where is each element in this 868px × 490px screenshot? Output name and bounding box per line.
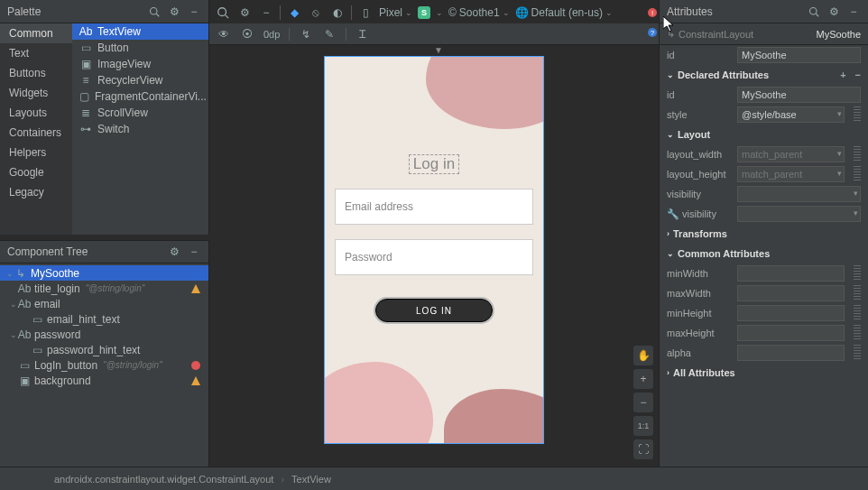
add-attr-icon[interactable]: + <box>840 69 845 80</box>
design-canvas[interactable]: ▼ Log in Email address Password LOG IN <box>209 45 659 467</box>
attr-layout-height[interactable] <box>737 166 845 182</box>
attr-section-declared[interactable]: ⌄Declared Attributes+− <box>660 65 868 85</box>
attr-style-input[interactable] <box>737 106 845 123</box>
theme-select[interactable]: © Soothe1⌄ <box>448 6 510 19</box>
scroll-icon: ≣ <box>79 106 92 119</box>
contrast-icon[interactable]: ◐ <box>329 5 346 21</box>
attr-label: layout_width <box>667 149 732 160</box>
error-badge-icon[interactable]: ! <box>647 7 658 18</box>
palette-cat[interactable]: Helpers <box>0 143 72 162</box>
zoom-actual-icon[interactable]: 1:1 <box>633 416 653 436</box>
attr-label: minWidth <box>667 268 732 279</box>
wrench-icon: 🔧 <box>667 208 679 220</box>
search-icon[interactable] <box>807 5 821 19</box>
pan-icon[interactable]: ✋ <box>633 346 653 365</box>
palette-item-fragment[interactable]: ▢FragmentContainerVi... <box>72 88 208 105</box>
no-clip-icon[interactable]: ⦸ <box>308 5 324 21</box>
zoom-fit-icon[interactable]: ⛶ <box>633 439 653 459</box>
attr-minwidth[interactable] <box>737 265 845 282</box>
drag-handle-icon[interactable] <box>854 166 861 182</box>
palette-cat[interactable]: Widgets <box>0 83 72 103</box>
attr-section-all[interactable]: ›All Attributes <box>660 363 868 383</box>
tree-node[interactable]: ▭password_hint_text <box>0 342 208 357</box>
gear-icon[interactable]: ⚙ <box>236 5 253 21</box>
tree-node[interactable]: ⌄Abemail <box>0 296 208 311</box>
tree-node[interactable]: Abtitle_login"@string/login" <box>0 281 208 296</box>
handle-top-icon[interactable]: ▼ <box>434 45 443 55</box>
attr-maxwidth[interactable] <box>737 285 845 301</box>
minimize-icon[interactable]: − <box>187 5 201 19</box>
minus-icon[interactable]: − <box>258 5 274 21</box>
palette-item-textview[interactable]: AbTextView <box>72 23 208 40</box>
drag-handle-icon[interactable] <box>854 305 861 321</box>
attr-label: visibility <box>667 189 732 199</box>
drag-handle-icon[interactable] <box>854 146 861 162</box>
svg-marker-6 <box>191 376 200 385</box>
drag-handle-icon[interactable] <box>854 106 861 123</box>
palette-cat[interactable]: Common <box>0 23 72 43</box>
layers-icon[interactable]: ◆ <box>286 5 302 21</box>
palette-item-recyclerview[interactable]: ≡RecyclerView <box>72 72 208 88</box>
drag-handle-icon[interactable] <box>854 265 861 282</box>
preview-login-title[interactable]: Log in <box>409 154 459 174</box>
gear-icon[interactable]: ⚙ <box>826 5 841 19</box>
margin-value[interactable]: 0dp <box>263 27 280 42</box>
api-select[interactable]: ⌄ <box>436 8 443 17</box>
wand-icon[interactable]: ↯ <box>299 27 313 42</box>
preview-password-field[interactable]: Password <box>335 239 533 275</box>
gear-icon[interactable]: ⚙ <box>167 5 181 19</box>
palette-item-scrollview[interactable]: ≣ScrollView <box>72 105 208 121</box>
eye-icon[interactable]: 👁 <box>217 27 231 42</box>
clear-icon[interactable]: ✎ <box>322 27 337 42</box>
palette-cat[interactable]: Layouts <box>0 103 72 123</box>
attr-section-transforms[interactable]: ›Transforms <box>660 224 868 244</box>
minimize-icon[interactable]: − <box>187 245 201 259</box>
attr-layout-width[interactable] <box>737 146 845 162</box>
preview-login-button[interactable]: LOG IN <box>375 299 493 322</box>
gear-icon[interactable]: ⚙ <box>167 245 181 259</box>
search-icon[interactable] <box>147 5 162 19</box>
bg-shape <box>324 362 433 444</box>
palette-cat[interactable]: Containers <box>0 123 72 143</box>
device-select[interactable]: Pixel⌄ <box>379 6 412 19</box>
locale-select[interactable]: 🌐 Default (en-us)⌄ <box>515 6 613 19</box>
drag-handle-icon[interactable] <box>854 325 861 341</box>
attr-label: 🔧visibility <box>667 208 732 220</box>
tree-node[interactable]: ▭email_hint_text <box>0 311 208 327</box>
tree-node[interactable]: ▣background <box>0 373 208 388</box>
palette-cat[interactable]: Text <box>0 43 72 63</box>
palette-item-imageview[interactable]: ▣ImageView <box>72 56 208 72</box>
attr-visibility[interactable] <box>737 186 861 202</box>
tree-root[interactable]: ⌄↳MySoothe <box>0 265 208 281</box>
attr-declared-id[interactable] <box>737 87 861 103</box>
search-icon[interactable] <box>215 5 231 21</box>
guideline-icon[interactable]: Ꮖ <box>356 27 370 42</box>
palette-cat[interactable]: Legacy <box>0 182 72 202</box>
attr-alpha[interactable] <box>737 345 845 361</box>
zoom-in-icon[interactable]: + <box>633 369 653 389</box>
zoom-out-icon[interactable]: − <box>633 393 653 412</box>
attr-maxheight[interactable] <box>737 325 845 341</box>
attr-tools-visibility[interactable] <box>737 206 861 222</box>
attr-id-input[interactable] <box>737 47 861 63</box>
attr-section-common[interactable]: ⌄Common Attributes <box>660 244 868 263</box>
target-icon[interactable]: ⦿ <box>240 27 254 42</box>
drag-handle-icon[interactable] <box>854 285 861 301</box>
palette-cat[interactable]: Buttons <box>0 63 72 83</box>
info-badge-icon[interactable]: ? <box>647 27 658 38</box>
tree-node[interactable]: ⌄Abpassword <box>0 327 208 342</box>
tree-node[interactable]: ▭LogIn_button"@string/login" <box>0 357 208 373</box>
attr-section-layout[interactable]: ⌄Layout <box>660 125 868 144</box>
attr-minheight[interactable] <box>737 305 845 321</box>
attr-class: ConstraintLayout <box>679 29 753 40</box>
crumb-item[interactable]: androidx.constraintlayout.widget.Constra… <box>54 474 273 485</box>
drag-handle-icon[interactable] <box>854 345 861 361</box>
minimize-icon[interactable]: − <box>846 5 861 19</box>
palette-cat[interactable]: Google <box>0 162 72 182</box>
palette-item-button[interactable]: ▭Button <box>72 40 208 56</box>
palette-item-switch[interactable]: ⊶Switch <box>72 121 208 137</box>
palette-panel: Palette ⚙ − Common Text Buttons Widgets … <box>0 0 209 235</box>
crumb-item[interactable]: TextView <box>291 474 331 485</box>
device-preview[interactable]: Log in Email address Password LOG IN <box>324 56 544 444</box>
preview-email-field[interactable]: Email address <box>335 189 533 225</box>
